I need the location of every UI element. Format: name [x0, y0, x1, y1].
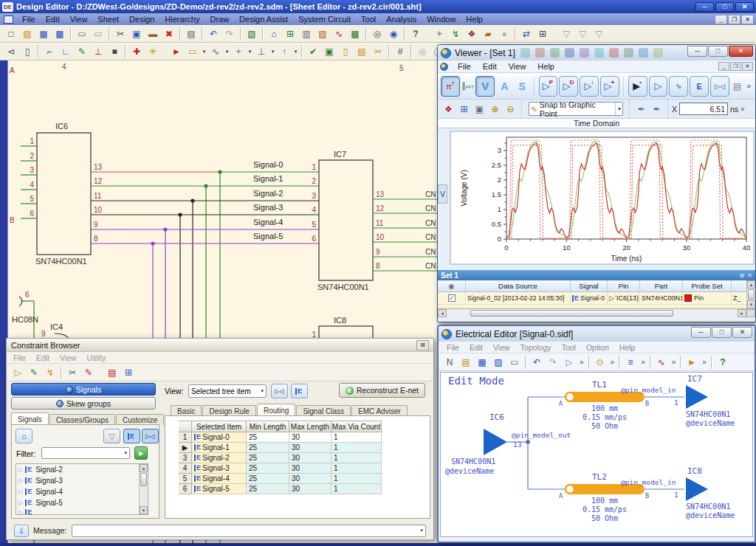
constraint-row[interactable]: ▶ESignal-125301 [179, 443, 382, 453]
menu-sheet[interactable]: Sheet [92, 15, 124, 24]
ee-print-icon[interactable]: ▭ [507, 355, 522, 370]
probe-power-button[interactable]: ▷P [539, 76, 558, 97]
menu-design-assist[interactable]: Design Assist [234, 15, 293, 24]
expand-icon[interactable]: ▷ [18, 488, 23, 495]
tb2-power-menu-icon[interactable]: ↑ [277, 44, 292, 59]
tree-item-signal-3[interactable]: ▷ESignal-3 [16, 475, 148, 486]
tb2-ic-check-icon[interactable]: ▯ [338, 44, 353, 59]
data-source-cell[interactable]: Signal-0_02 [2013-02-22 14:05:30] [466, 292, 571, 304]
constraint-row[interactable]: 4ESignal-325301 [179, 463, 382, 474]
menu-design[interactable]: Design [124, 15, 159, 24]
set1-panel-header[interactable]: Set 1 ⊞ ✕ [438, 270, 755, 280]
scroll-up-icon[interactable]: ▴ [140, 464, 148, 472]
selected-item-cell[interactable]: ESignal-4 [192, 474, 247, 484]
viewer-window[interactable]: Viewer - [Set 1] ─ □ ✕ FileEditViewHelp … [437, 44, 756, 322]
tb1-hierarchy-icon[interactable]: ⌂ [267, 27, 281, 41]
probe-data-button[interactable]: ▷D [559, 76, 578, 97]
enet-probe-button[interactable]: E [690, 76, 709, 97]
home-button[interactable]: ⌂ [16, 429, 32, 443]
tb1-filter-c-icon[interactable]: ▽ [591, 27, 606, 41]
x-cursor-input[interactable]: 6.51 [679, 103, 728, 115]
cb-probe-new-icon[interactable]: ▷ [10, 365, 25, 380]
ee-menu-topology[interactable]: Topology [515, 343, 557, 352]
constraint-browser-titlebar[interactable]: Constraint Browser ⊠ [7, 339, 433, 352]
max-length-cell[interactable]: 30 [289, 453, 331, 463]
menu-edit[interactable]: Edit [41, 15, 65, 24]
scroll-thumb[interactable] [470, 310, 674, 317]
tb1-delete-icon[interactable]: ✖ [162, 27, 176, 41]
tb1-find-icon[interactable]: ◎ [370, 27, 385, 41]
ee-overflow-icon[interactable]: » [702, 358, 707, 366]
fit-all-button[interactable]: ❖ [441, 102, 456, 116]
ee-menu-option[interactable]: Option [581, 343, 614, 352]
scroll-down-icon[interactable]: ▾ [747, 300, 755, 308]
measure-pen-2-button[interactable]: ✒ [650, 102, 664, 116]
tb2-shape-menu-icon[interactable]: ▭ [185, 44, 200, 59]
set1-col-part[interactable]: Part [640, 280, 683, 291]
menu-view[interactable]: View [65, 15, 93, 24]
tb1-save-all-icon[interactable]: ▩ [52, 27, 67, 41]
tb2-dropdown-arrow-icon[interactable]: ▾ [269, 49, 276, 55]
expand-icon[interactable]: ▷ [18, 477, 23, 484]
viewer-menu-edit[interactable]: Edit [477, 62, 503, 71]
pin-cell[interactable]: ▷•IC6(13) [608, 292, 640, 304]
viewer-menu-view[interactable]: View [503, 62, 532, 71]
ee-wave-tool-icon[interactable]: ∿ [654, 355, 669, 370]
pin-view-button[interactable]: ▷◁ [142, 429, 159, 443]
menu-window[interactable]: Window [422, 15, 461, 24]
row-visible-cell[interactable]: ✓ [438, 292, 466, 304]
scroll-left-icon[interactable]: ◂ [438, 309, 447, 317]
part-cell[interactable]: SN74HC00N1 [640, 292, 683, 304]
tb2-flag-icon[interactable]: ► [169, 44, 184, 59]
ee-probe-tool-icon[interactable]: ► [684, 355, 699, 370]
tb2-pin-icon[interactable]: ✚ [129, 44, 144, 59]
tb1-wire-tool-icon[interactable]: ↯ [448, 27, 463, 41]
mdi-restore-button[interactable]: ❐ [728, 15, 740, 24]
ee-menu-file[interactable]: File [441, 343, 464, 352]
diffpair-probe-button[interactable]: ▷◁ [710, 76, 729, 97]
driver-ic6-symbol[interactable] [484, 429, 507, 455]
voltage-axis-tab[interactable]: V [438, 184, 447, 204]
tb1-help-icon[interactable]: ? [408, 27, 423, 41]
sheet-window-icon[interactable] [4, 15, 13, 24]
ee-save-graph-icon[interactable]: ▨ [491, 355, 506, 370]
tb1-window-grid-icon[interactable]: ⊞ [535, 27, 550, 41]
min-length-cell[interactable]: 25 [247, 463, 289, 474]
expand-icon[interactable]: ▷ [18, 500, 23, 506]
tb1-filter-b-icon[interactable]: ▽ [575, 27, 590, 41]
tb1-save-icon[interactable]: ▦ [36, 27, 51, 41]
menu-help[interactable]: Help [461, 15, 488, 24]
ee-menu-tool[interactable]: Tool [557, 343, 581, 352]
voltage-type-button[interactable]: V [475, 76, 495, 97]
electrical-editor-titlebar[interactable]: Electrical Editor [Signal-0.sidf] ─ □ ✕ [439, 326, 755, 342]
min-length-cell[interactable]: 25 [247, 443, 289, 453]
tb1-print-preview-icon[interactable]: ▭ [91, 27, 106, 41]
tb1-filter-a-icon[interactable]: ▽ [559, 27, 574, 41]
ee-menu-view[interactable]: View [488, 343, 515, 352]
tb1-redo-icon[interactable]: ↷ [222, 27, 237, 41]
tb1-board-3d-icon[interactable]: ▧ [244, 27, 259, 41]
row-number-cell[interactable]: 4 [179, 463, 192, 474]
row-number-cell[interactable]: 5 [179, 474, 192, 484]
viewer-maximize-button[interactable]: □ [708, 46, 728, 57]
max-length-cell[interactable]: 30 [289, 432, 331, 443]
scroll-thumb[interactable] [748, 289, 755, 300]
ee-undo-icon[interactable]: ↶ [529, 355, 544, 370]
tree-item-signal-4[interactable]: ▷ESignal-4 [16, 486, 148, 497]
tb2-gate-icon[interactable]: ⊲ [4, 44, 18, 59]
tb2-ground-menu-icon[interactable]: ⊥ [254, 44, 269, 59]
ee-new-icon[interactable]: N [442, 355, 457, 370]
marker-receiver-button[interactable]: ▷ [649, 76, 668, 97]
TL1-a-terminal[interactable] [566, 393, 574, 401]
mdi-minimize-button[interactable]: _ [715, 15, 727, 24]
ee-run-doc-icon[interactable]: ▷ [562, 355, 577, 370]
tb2-dropdown-arrow-icon[interactable]: ▾ [224, 49, 230, 55]
chevron-down-icon[interactable]: ▾ [261, 388, 264, 394]
tb1-new-sheet-icon[interactable]: □ [4, 27, 18, 41]
tb1-copy-icon[interactable]: ▣ [129, 27, 144, 41]
min-length-cell[interactable]: 25 [247, 432, 289, 443]
fft-button[interactable]: ∥FFT [461, 79, 475, 94]
tb1-pan-icon[interactable]: ✦ [432, 27, 447, 41]
signal-cell[interactable]: ESignal-0 [571, 292, 608, 304]
viewer-menu-file[interactable]: File [452, 62, 477, 71]
